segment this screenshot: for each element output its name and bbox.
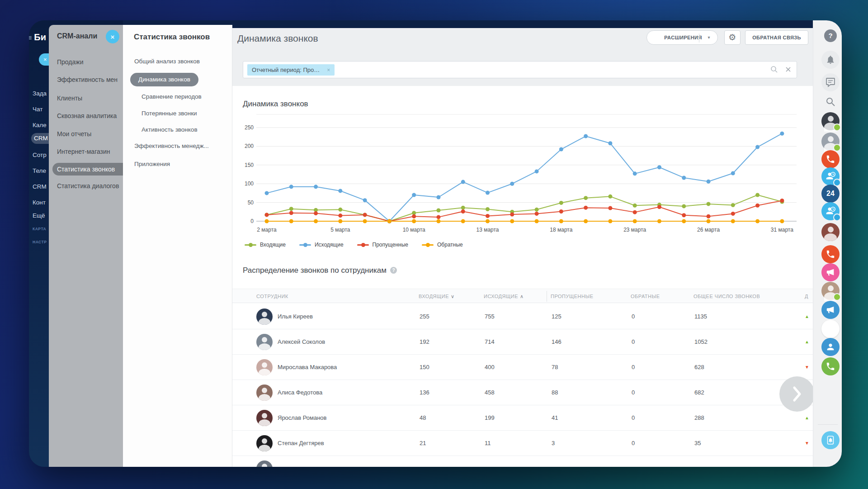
table-title: Распределение звонков по сотрудникам? — [243, 266, 397, 275]
call-icon-red-2[interactable] — [821, 245, 840, 263]
cell-value: 199 — [485, 405, 495, 431]
cell-value: 48 — [420, 405, 426, 431]
legend-item-4[interactable]: Обратные — [422, 242, 463, 248]
status-badge — [833, 293, 841, 301]
crm-analytics-item-2[interactable]: Эффективность мен — [57, 75, 123, 84]
app-window: ≡Би × ЗадаЧатКалеCRMСотрТелеCRMКонтЕщёКА… — [29, 20, 842, 467]
clear-filter-icon[interactable] — [785, 66, 791, 72]
status-badge — [833, 123, 841, 131]
close-icon[interactable]: × — [43, 56, 47, 63]
remove-filter-icon[interactable]: × — [327, 67, 330, 73]
call-statistics-item-7[interactable]: Приложения — [134, 160, 170, 169]
chart-legend: ВходящиеИсходящиеПропущенныеОбратные — [245, 242, 463, 248]
avatar-3[interactable] — [821, 223, 840, 241]
legend-item-3[interactable]: Пропущенные — [357, 242, 408, 248]
call-icon-red-1[interactable] — [821, 150, 840, 168]
call-statistics-item-4[interactable]: Потерянные звонки — [142, 109, 197, 118]
megaphone-icon-pink[interactable] — [821, 263, 840, 281]
call-statistics-item-6[interactable]: Эффективность менедж... — [134, 142, 209, 151]
chevron-right-icon — [793, 386, 802, 402]
svg-text:10 марта: 10 марта — [403, 227, 425, 233]
button-divider — [699, 33, 699, 43]
cell-value: 146 — [552, 329, 561, 355]
svg-text:23 марта: 23 марта — [623, 227, 646, 233]
crm-analytics-item-1[interactable]: Продажи — [57, 57, 123, 66]
column-header-3[interactable]: ИСХОДЯЩИЕ∧ — [484, 289, 524, 304]
call-statistics-item-2[interactable]: Динамика звонков — [130, 73, 198, 86]
im-rail: ?24 — [813, 20, 842, 467]
close-panel-button[interactable]: × — [106, 30, 119, 43]
cell-value: 714 — [485, 329, 495, 355]
column-header-6[interactable]: ОБЩЕЕ ЧИСЛО ЗВОНКОВ — [693, 289, 760, 304]
employee-name: Алиса Федотова — [278, 380, 322, 405]
messenger-icon[interactable] — [821, 73, 840, 91]
avatar — [256, 309, 273, 325]
call-icon-green[interactable] — [821, 357, 840, 375]
feedback-button[interactable]: ОБРАТНАЯ СВЯЗЬ — [745, 30, 808, 45]
call-statistics-item-3[interactable]: Сравнение периодов — [142, 92, 202, 101]
filter-actions — [765, 65, 791, 73]
help-icon[interactable]: ? — [824, 29, 837, 42]
crm-analytics-item-8[interactable]: Статистика диалогов — [57, 181, 123, 190]
cell-value: 3 — [552, 431, 555, 456]
person-clock-icon-1[interactable] — [821, 167, 840, 185]
chevron-down-icon[interactable]: ▾ — [708, 31, 710, 44]
crm-analytics-item-7[interactable]: Статистика звонков — [52, 163, 123, 176]
crm-analytics-item-3[interactable]: Клиенты — [57, 94, 123, 103]
search-icon[interactable] — [770, 66, 778, 73]
svg-text:26 марта: 26 марта — [697, 227, 720, 233]
column-header-2[interactable]: ВХОДЯЩИЕ∨ — [419, 289, 455, 304]
extensions-button[interactable]: РАСШИРЕНИЯ ▾ — [646, 30, 718, 45]
avatar — [256, 461, 273, 467]
rail-divider — [818, 424, 838, 425]
table-row[interactable]: Степан Дегтярев21113035▼ — [232, 431, 813, 456]
crm-analytics-item-4[interactable]: Сквозная аналитика — [57, 111, 123, 120]
notifications-icon[interactable] — [821, 51, 840, 69]
cell-value: 11 — [485, 431, 491, 456]
settings-button[interactable]: ⚙ — [724, 30, 741, 45]
filter-tag[interactable]: Отчетный период: Про…× — [247, 64, 335, 76]
filter-tag-label: Отчетный период: Про… — [252, 66, 320, 73]
mobile-alert-icon[interactable] — [821, 431, 840, 449]
next-page-button[interactable] — [779, 376, 813, 412]
table-row[interactable] — [232, 456, 813, 467]
sort-icon[interactable]: ∧ — [520, 294, 524, 299]
person-clock-icon-2[interactable] — [821, 202, 840, 220]
table-row[interactable]: Илья Киреев25575512501135▲ — [232, 304, 813, 329]
table-row[interactable]: Алиса Федотова136458880682▲ — [232, 380, 813, 405]
status-badge — [833, 144, 841, 152]
crm-analytics-item-6[interactable]: Интернет-магазин — [57, 147, 123, 156]
column-header-7[interactable]: Д — [805, 289, 808, 304]
hamburger-icon[interactable]: ≡ — [29, 34, 32, 42]
filter-bar[interactable]: Отчетный период: Про…× — [243, 61, 797, 78]
svg-text:250: 250 — [245, 124, 254, 131]
call-statistics-item-1[interactable]: Общий анализ звонков — [134, 57, 200, 66]
cell-value: 400 — [485, 355, 495, 380]
avatar-2[interactable] — [821, 133, 840, 151]
column-header-5[interactable]: ОБРАТНЫЕ — [631, 289, 660, 304]
chart-title: Динамика звонков — [243, 100, 308, 109]
legend-item-1[interactable]: Входящие — [245, 242, 286, 248]
call-statistics-item-5[interactable]: Активность звонков — [142, 125, 198, 134]
cell-value: 88 — [552, 380, 558, 405]
empty-circle[interactable] — [821, 320, 840, 338]
call-statistics-panel: Статистика звонков Общий анализ звонковД… — [123, 25, 232, 467]
bitrix24-icon[interactable]: 24 — [821, 185, 840, 203]
help-icon[interactable]: ? — [390, 267, 397, 274]
svg-text:50: 50 — [248, 199, 254, 206]
table-row[interactable]: Алексей Соколов19271414601052▲ — [232, 329, 813, 355]
column-header-1[interactable]: СОТРУДНИК — [256, 289, 288, 304]
person-icon-blue[interactable] — [821, 338, 840, 356]
megaphone-icon-blue[interactable] — [821, 301, 840, 319]
crm-analytics-item-5[interactable]: Мои отчеты — [57, 129, 123, 138]
table-row[interactable]: Ярослав Романов48199410288▲ — [232, 405, 813, 431]
cell-value: 288 — [694, 405, 704, 431]
avatar-4[interactable] — [821, 282, 840, 300]
table-row[interactable]: Мирослава Макарова150400780628▼ — [232, 355, 813, 380]
search-icon[interactable] — [821, 93, 840, 111]
sort-icon[interactable]: ∨ — [451, 294, 455, 299]
avatar-1[interactable] — [821, 112, 840, 130]
legend-item-2[interactable]: Исходящие — [299, 242, 344, 248]
column-header-4[interactable]: ПРОПУЩЕННЫЕ — [551, 289, 594, 304]
cell-value: 125 — [552, 304, 561, 329]
